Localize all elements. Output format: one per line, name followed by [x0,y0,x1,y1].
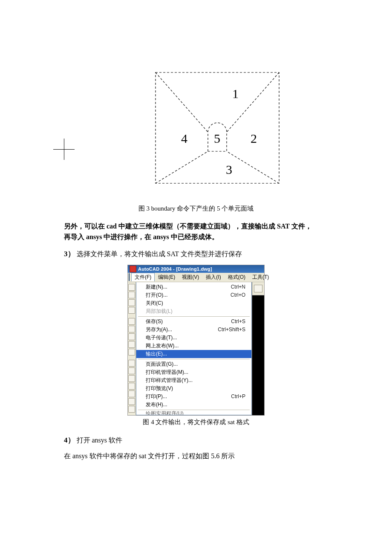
region-label-2: 2 [251,131,257,145]
autocad-title: AutoCAD 2004 - [Drawing1.dwg] [138,266,262,272]
window-control-icon[interactable] [129,273,130,281]
tool-btn[interactable] [128,299,135,306]
menuitem-label: 保存(S) [146,318,222,325]
menu-divider [138,359,250,359]
menuitem-label: 关闭(C) [146,300,237,307]
tool-btn[interactable] [128,284,135,291]
tool-btn[interactable] [128,307,135,314]
menu-edit[interactable]: 编辑(E) [155,273,179,282]
svg-line-4 [227,151,279,183]
tool-btn[interactable] [254,285,262,292]
menuitem-label: 打开(O)... [146,292,222,299]
tool-btn[interactable] [128,367,135,374]
boundary-regions-svg: 1 2 3 4 5 [151,68,283,188]
menu-file[interactable]: 文件(F) [131,273,155,281]
autocad-right-toolbar [252,282,264,295]
autocad-tool-column [128,282,136,415]
figure-4-caption: 图 4 文件输出，将文件保存成 sat 格式 [64,418,328,426]
step-4-text: 打开 ansys 软件 [77,436,123,444]
menuitem-etransmit[interactable]: 电子传递(T)... [136,334,251,342]
tool-btn[interactable] [128,292,135,298]
tool-btn[interactable] [128,360,135,367]
menuitem-label: 局部加载(L) [146,308,237,315]
menuitem-shortcut: Ctrl+Shift+S [209,326,245,333]
menuitem-save[interactable]: 保存(S) Ctrl+S [136,318,251,326]
menuitem-label: 新建(N)... [146,283,222,291]
step-4: 4） 打开 ansys 软件 [64,435,328,446]
tool-btn[interactable] [128,406,135,413]
menu-divider [138,316,250,317]
menuitem-shortcut: Ctrl+P [222,393,245,400]
figure-3-diagram: 1 2 3 4 5 [107,68,328,188]
tool-btn[interactable] [128,390,135,397]
menuitem-label: 输出(E)... [146,350,237,358]
tool-btn[interactable] [128,318,135,325]
autocad-right-edge [252,282,264,415]
figure-4: AutoCAD 2004 - [Drawing1.dwg] 文件(F) 编辑(E… [64,265,328,416]
step-4-number: 4） [64,436,75,444]
tool-btn[interactable] [128,333,135,340]
region-label-1: 1 [232,87,239,101]
menuitem-label: 打印样式管理器(Y)... [146,377,237,384]
menuitem-shortcut: Ctrl+S [222,318,245,325]
menu-format[interactable]: 格式(O) [225,273,249,282]
menuitem-drawing-utilities-cut: 绘图实用程序(U) [136,410,251,415]
note-line-1: 另外，可以在 cad 中建立三维体模型（不需要建立面域），直接输出成 SAT 文… [64,223,312,230]
menuitem-new[interactable]: 新建(N)... Ctrl+N [136,283,251,291]
file-menu-dropdown: 新建(N)... Ctrl+N 打开(O)... Ctrl+O 关闭(C) 局部… [136,282,252,415]
tool-btn[interactable] [128,349,135,356]
tool-btn[interactable] [128,341,135,348]
menuitem-label: 打印预览(V) [146,385,237,392]
menuitem-plot[interactable]: 打印(P)... Ctrl+P [136,393,251,401]
autocad-icon [130,266,136,272]
menuitem-publish[interactable]: 发布(H)... [136,401,251,409]
step-3: 3） 选择文件菜单，将文件输出成 SAT 文件类型并进行保存 [64,249,328,260]
menuitem-label: 另存为(A)... [146,326,209,333]
region-label-3: 3 [226,162,232,176]
menuitem-label: 打印(P)... [146,393,222,400]
step-3-number: 3） [64,250,75,258]
menu-tools[interactable]: 工具(T) [249,273,272,282]
menuitem-open[interactable]: 打开(O)... Ctrl+O [136,291,251,299]
menuitem-plotter-manager[interactable]: 打印机管理器(M)... [136,368,251,376]
menu-insert[interactable]: 插入(I) [202,273,224,282]
step-3-text: 选择文件菜单，将文件输出成 SAT 文件类型并进行保存 [77,250,242,257]
menuitem-publish-web[interactable]: 网上发布(W)... [136,342,251,350]
menuitem-label: 电子传递(T)... [146,334,237,341]
note-line-2: 再导入 ansys 中进行操作，在 ansys 中已经形成体。 [64,233,219,240]
tool-btn[interactable] [128,398,135,405]
region-label-4: 4 [181,131,187,145]
menuitem-shortcut: Ctrl+N [222,283,245,291]
note-3d-model: 另外，可以在 cad 中建立三维体模型（不需要建立面域），直接输出成 SAT 文… [64,221,328,243]
figure-3-caption: 图 3 boundary 命令下产生的 5 个单元面域 [64,205,328,213]
autocad-menubar: 文件(F) 编辑(E) 视图(V) 插入(I) 格式(O) 工具(T) [128,273,264,282]
menuitem-shortcut: Ctrl+O [222,292,245,299]
menuitem-saveas[interactable]: 另存为(A)... Ctrl+Shift+S [136,326,251,334]
paragraph-ansys-open: 在 ansys 软件中将保存的 sat 文件打开，过程如图 5.6 所示 [64,451,328,462]
autocad-window: AutoCAD 2004 - [Drawing1.dwg] 文件(F) 编辑(E… [127,265,265,416]
menuitem-label: 发布(H)... [146,401,237,408]
menuitem-label: 打印机管理器(M)... [146,369,237,376]
menu-view[interactable]: 视图(V) [179,273,202,282]
menuitem-partial-load: 局部加载(L) [136,307,251,315]
svg-line-1 [156,72,208,132]
menuitem-page-setup[interactable]: 页面设置(G)... [136,360,251,368]
autocad-titlebar: AutoCAD 2004 - [Drawing1.dwg] [128,265,264,273]
menuitem-export[interactable]: 输出(E)... [136,350,251,358]
region-label-5: 5 [214,131,220,145]
autocad-body: 新建(N)... Ctrl+N 打开(O)... Ctrl+O 关闭(C) 局部… [128,282,264,415]
menuitem-label: 网上发布(W)... [146,342,237,350]
menuitem-label: 页面设置(G)... [146,361,237,368]
menuitem-plot-preview[interactable]: 打印预览(V) [136,384,251,393]
menuitem-plot-style-manager[interactable]: 打印样式管理器(Y)... [136,376,251,384]
svg-line-3 [156,151,208,183]
svg-rect-0 [156,72,279,183]
figure-3: 1 2 3 4 5 [64,68,328,188]
tool-btn[interactable] [128,375,135,382]
tool-btn[interactable] [128,383,135,390]
menuitem-close[interactable]: 关闭(C) [136,299,251,307]
tool-btn[interactable] [128,326,135,332]
svg-line-2 [227,72,279,132]
